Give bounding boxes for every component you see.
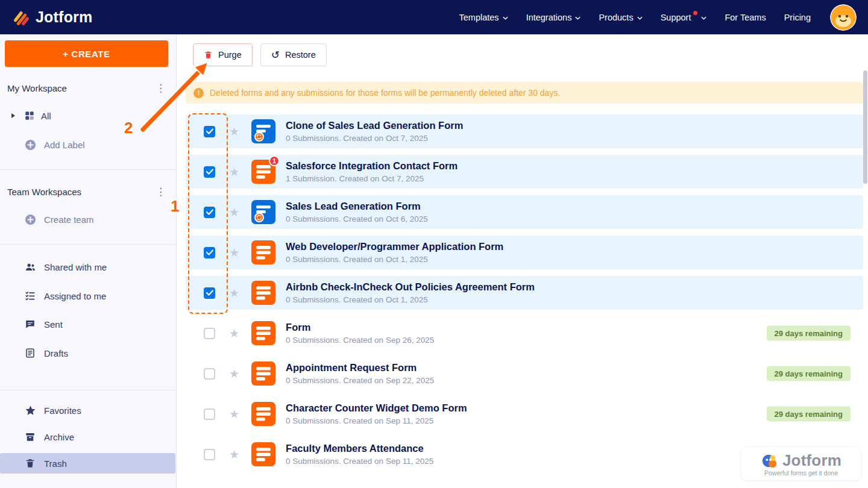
sidebar-item-drafts[interactable]: Drafts — [0, 343, 173, 363]
sidebar-item-assigned-to-me[interactable]: Assigned to me — [0, 286, 173, 306]
sidebar-item-trash[interactable]: Trash — [0, 453, 175, 474]
submission-count-badge: 1 — [269, 155, 280, 166]
form-icon — [251, 240, 275, 264]
nav-products-label: Products — [599, 13, 633, 22]
document-icon — [24, 347, 36, 359]
sidebar-item-sent[interactable]: Sent — [0, 314, 173, 334]
restore-button[interactable]: ↺ Restore — [260, 43, 327, 66]
form-title[interactable]: Form — [286, 322, 434, 333]
restore-button-label: Restore — [285, 50, 316, 60]
favorite-star-icon[interactable]: ★ — [229, 247, 239, 258]
table-row[interactable]: ★ Airbnb Check-InCheck Out Policies Agre… — [186, 276, 863, 310]
trash-toolbar: Purge ↺ Restore — [193, 43, 327, 66]
warning-icon: ! — [193, 88, 204, 98]
chevron-down-icon — [575, 16, 580, 20]
restore-icon: ↺ — [271, 50, 280, 60]
divider — [0, 244, 176, 245]
row-checkbox[interactable] — [204, 207, 215, 218]
sidebar-item-label: Favorites — [44, 405, 81, 416]
form-icon: 1 — [251, 160, 275, 184]
form-title[interactable]: Salesforce Integration Contact Form — [286, 160, 458, 172]
table-row[interactable]: ★ Form 0 Submissions. Created on Sep 26,… — [186, 316, 863, 350]
form-title[interactable]: Web Developer/Programmer Application For… — [286, 241, 503, 252]
add-label-button[interactable]: Add Label — [0, 134, 173, 155]
create-team-button[interactable]: Create team — [0, 209, 173, 230]
favorite-star-icon[interactable]: ★ — [229, 328, 239, 339]
form-title[interactable]: Faculty Members Attendance — [286, 443, 433, 454]
all-forms-grid-icon — [24, 110, 36, 122]
favorite-star-icon[interactable]: ★ — [229, 408, 239, 420]
nav-pricing[interactable]: Pricing — [784, 13, 811, 22]
sidebar-item-archive[interactable]: Archive — [0, 427, 173, 447]
row-checkbox[interactable] — [204, 408, 215, 420]
notification-dot — [693, 11, 697, 15]
form-title[interactable]: Character Counter Widget Demo Form — [286, 402, 467, 414]
row-checkbox[interactable] — [204, 328, 215, 339]
nav-support-label: Support — [661, 13, 691, 22]
nav-integrations[interactable]: Integrations — [526, 13, 581, 22]
row-checkbox[interactable] — [204, 287, 215, 299]
chevron-down-icon — [637, 16, 643, 20]
table-row[interactable]: ★ Web Developer/Programmer Application F… — [186, 236, 863, 269]
team-workspaces-header: Team Workspaces ⋮ — [7, 183, 168, 201]
favorite-star-icon[interactable]: ★ — [229, 287, 239, 299]
form-icon — [251, 321, 275, 345]
nav-products[interactable]: Products — [599, 13, 642, 22]
sidebar: + CREATE My Workspace ⋮ All Add Label Te… — [0, 34, 177, 488]
sidebar-item-shared-with-me[interactable]: Shared with me — [0, 257, 173, 277]
create-button[interactable]: + CREATE — [5, 40, 168, 67]
favorite-star-icon[interactable]: ★ — [229, 166, 239, 178]
sidebar-item-all[interactable]: All — [0, 105, 173, 126]
favorite-star-icon[interactable]: ★ — [229, 368, 239, 380]
sidebar-item-label: Trash — [44, 458, 67, 469]
form-meta: 1 Submission. Created on Oct 7, 2025 — [286, 174, 458, 183]
form-title[interactable]: Clone of Sales Lead Generation Form — [286, 120, 463, 131]
form-title[interactable]: Sales Lead Generation Form — [286, 201, 428, 212]
nav-for-teams[interactable]: For Teams — [725, 13, 766, 22]
form-meta: 0 Submissions. Created on Oct 7, 2025 — [286, 134, 463, 143]
favorite-star-icon[interactable]: ★ — [229, 207, 239, 218]
row-checkbox[interactable] — [204, 166, 215, 178]
jotform-logo[interactable]: Jotform — [12, 8, 92, 27]
row-checkbox[interactable] — [204, 368, 215, 380]
user-avatar[interactable] — [830, 4, 857, 31]
my-workspace-label: My Workspace — [7, 83, 67, 93]
row-checkbox[interactable] — [204, 449, 215, 460]
table-row[interactable]: ★ Appointment Request Form 0 Submissions… — [186, 357, 863, 390]
chevron-down-icon — [503, 16, 508, 20]
scrollbar-thumb[interactable] — [863, 70, 867, 184]
kebab-menu-icon[interactable]: ⋮ — [153, 186, 168, 198]
form-meta: 0 Submissions. Created on Oct 6, 2025 — [286, 214, 428, 224]
purge-button[interactable]: Purge — [193, 43, 253, 66]
nav-support[interactable]: Support — [661, 13, 707, 22]
row-checkbox[interactable] — [204, 126, 215, 137]
table-row[interactable]: ★ Sales Lead Generation Form 0 Submissio… — [186, 195, 863, 229]
table-row[interactable]: ★ Character Counter Widget Demo Form 0 S… — [186, 397, 863, 431]
create-team-text: Create team — [44, 214, 94, 225]
favorite-star-icon[interactable]: ★ — [229, 449, 239, 460]
form-title[interactable]: Appointment Request Form — [286, 362, 434, 374]
sidebar-item-favorites[interactable]: Favorites — [0, 400, 173, 421]
form-meta: 0 Submissions. Created on Sep 11, 2025 — [286, 457, 433, 466]
jotform-watermark: Jotform Powerful forms get it done — [741, 447, 861, 480]
team-workspaces-label: Team Workspaces — [7, 187, 81, 197]
top-navbar: Jotform Templates Integrations Products … — [0, 0, 868, 34]
main-content: Purge ↺ Restore ! Deleted forms and any … — [177, 34, 868, 488]
nav-templates[interactable]: Templates — [459, 13, 508, 22]
people-icon — [24, 261, 36, 273]
row-checkbox[interactable] — [204, 247, 215, 258]
form-title[interactable]: Airbnb Check-InCheck Out Policies Agreem… — [286, 281, 535, 293]
expand-caret-icon[interactable] — [11, 113, 18, 119]
form-meta: 0 Submissions. Created on Oct 1, 2025 — [286, 255, 503, 264]
favorite-star-icon[interactable]: ★ — [229, 126, 239, 137]
table-row[interactable]: ★ Clone of Sales Lead Generation Form 0 … — [186, 114, 863, 148]
kebab-menu-icon[interactable]: ⋮ — [153, 82, 168, 95]
warning-text: Deleted forms and any submissions for th… — [210, 88, 560, 98]
form-meta: 0 Submissions. Created on Oct 1, 2025 — [286, 295, 535, 304]
days-remaining-badge: 29 days remaining — [767, 366, 851, 381]
form-meta: 0 Submissions. Created on Sep 26, 2025 — [286, 336, 434, 345]
sidebar-item-label: Shared with me — [44, 262, 107, 272]
watermark-brand-text: Jotform — [782, 451, 841, 470]
sidebar-item-label: Archive — [44, 432, 74, 442]
table-row[interactable]: ★ 1 Salesforce Integration Contact Form … — [186, 155, 863, 189]
